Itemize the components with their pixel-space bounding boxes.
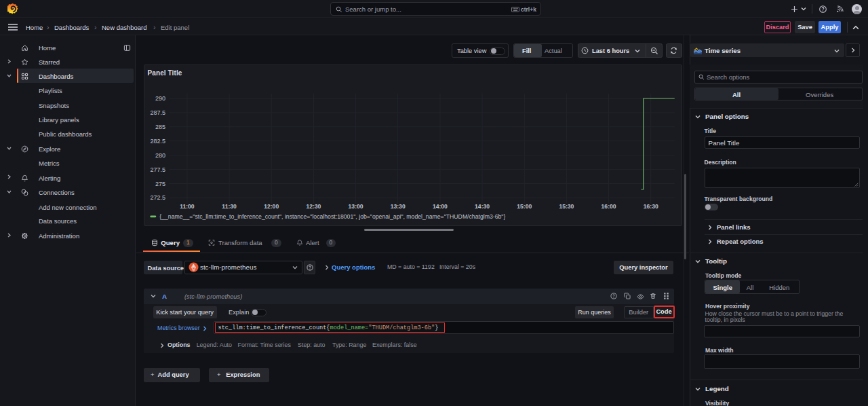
svg-text:280: 280: [155, 152, 165, 159]
svg-text:275: 275: [155, 181, 165, 187]
svg-text:277.5: 277.5: [150, 166, 165, 173]
svg-text:14:30: 14:30: [475, 203, 490, 210]
svg-text:12:30: 12:30: [306, 203, 321, 210]
svg-text:282.5: 282.5: [150, 138, 165, 145]
svg-text:13:00: 13:00: [348, 203, 363, 210]
svg-text:16:30: 16:30: [643, 203, 658, 210]
svg-text:11:00: 11:00: [180, 203, 195, 210]
svg-text:11:30: 11:30: [222, 203, 237, 210]
svg-text:272.5: 272.5: [150, 194, 165, 201]
svg-text:290: 290: [155, 95, 165, 102]
svg-text:15:00: 15:00: [517, 203, 532, 210]
svg-text:{__name__="stc_llm:time_to_inf: {__name__="stc_llm:time_to_inference_cou…: [159, 213, 505, 220]
svg-text:13:30: 13:30: [390, 203, 405, 210]
svg-text:285: 285: [155, 124, 165, 130]
svg-text:15:30: 15:30: [559, 203, 574, 210]
svg-text:12:00: 12:00: [264, 203, 279, 210]
svg-text:14:00: 14:00: [433, 203, 448, 210]
svg-text:16:00: 16:00: [601, 203, 616, 210]
svg-text:287.5: 287.5: [150, 109, 165, 116]
